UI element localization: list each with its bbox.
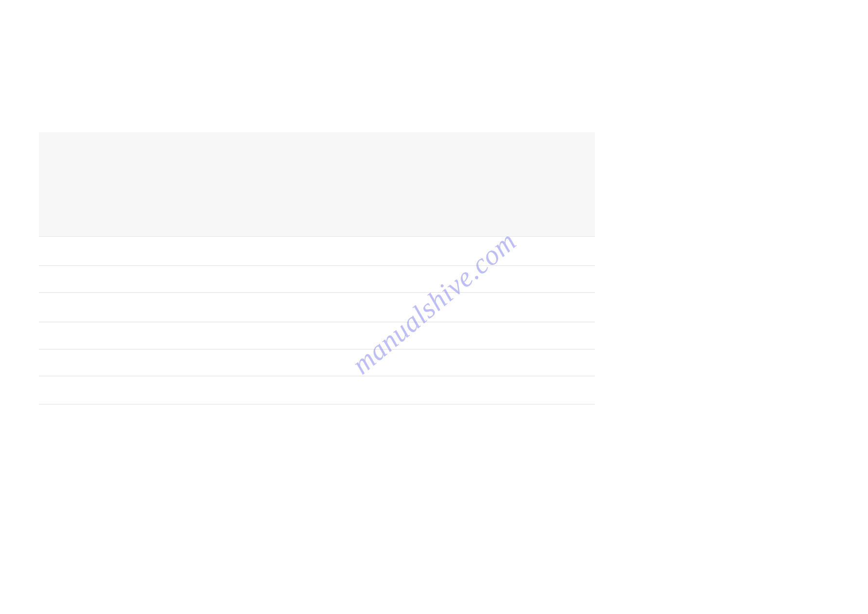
table-row-divider xyxy=(39,292,595,293)
table-row-divider xyxy=(39,265,595,266)
table-row-divider xyxy=(39,376,595,376)
document-page: manualshive.com xyxy=(0,0,868,614)
table-row-divider xyxy=(39,349,595,350)
table-header-band xyxy=(39,132,595,237)
table-row-divider xyxy=(39,404,595,404)
table-row-divider xyxy=(39,322,595,322)
watermark-text: manualshive.com xyxy=(346,225,522,381)
